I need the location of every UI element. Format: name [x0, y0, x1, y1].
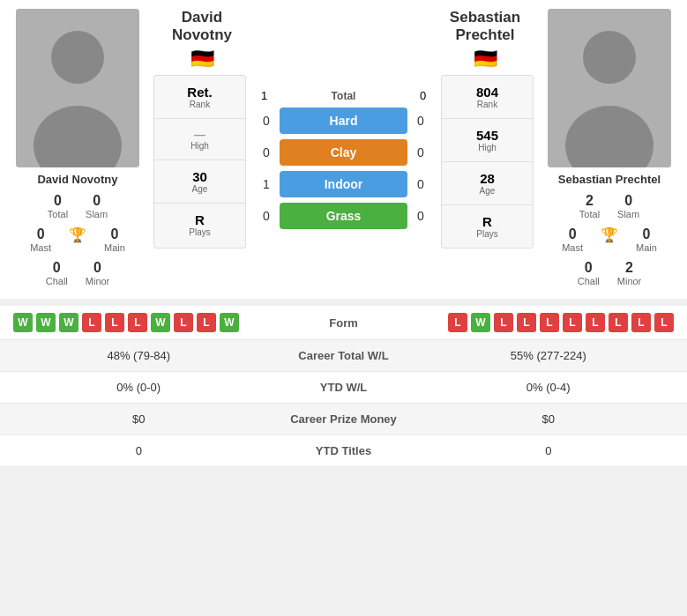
right-name-block: SebastianPrechtel 🇩🇪: [437, 9, 534, 71]
left-slam-label: Slam: [86, 209, 108, 219]
left-main-value: 0: [110, 226, 118, 242]
right-rank-value: 804: [476, 85, 498, 100]
form-badge-right: L: [563, 313, 582, 332]
right-mast-label: Mast: [562, 242, 583, 253]
form-badge-right: L: [517, 313, 536, 332]
left-total-value: 0: [54, 193, 62, 209]
left-rank-value: Ret.: [187, 85, 212, 100]
prize-row: $0 Career Prize Money $0: [0, 404, 687, 435]
form-badge-right: L: [540, 313, 559, 332]
form-badge-right: W: [471, 313, 490, 332]
left-middle-stats: Ret. Rank — High 30 Age R Plays: [153, 75, 246, 249]
ytd-wl-label: YTD W/L: [265, 381, 423, 394]
ytd-wl-row: 0% (0-0) YTD W/L 0% (0-4): [0, 372, 687, 404]
total-right-score: 0: [412, 89, 434, 102]
left-high-box: — High: [154, 119, 245, 160]
form-badge-right: L: [586, 313, 605, 332]
left-chall-label: Chall: [46, 276, 68, 286]
left-minor-value: 0: [93, 260, 101, 276]
indoor-right-score: 0: [407, 177, 434, 191]
right-chall-label: Chall: [578, 276, 600, 286]
right-flag: 🇩🇪: [437, 48, 534, 71]
right-rank-label: Rank: [477, 100, 497, 109]
indoor-left-score: 1: [253, 177, 280, 191]
clay-button[interactable]: Clay: [280, 139, 407, 166]
right-total-label: Total: [579, 209, 600, 219]
right-player-section: Sebastian Prechtel 2 Total 0 Slam 0 Mas: [539, 9, 680, 290]
prize-label: Career Prize Money: [265, 412, 423, 426]
form-badge-left: W: [151, 313, 170, 332]
right-plays-box: R Plays: [442, 205, 533, 248]
ytd-wl-left: 0% (0-0): [13, 381, 265, 394]
form-right: LWLLLLLLLL: [397, 313, 675, 332]
grass-row: 0 Grass 0: [253, 203, 434, 229]
right-rank-box: 804 Rank: [442, 76, 533, 119]
clay-left-score: 0: [253, 145, 280, 160]
form-badge-left: L: [128, 313, 147, 332]
right-age-box: 28 Age: [442, 162, 533, 205]
left-player-stats: 0 Total 0 Slam 0 Mast 🏆: [7, 189, 148, 290]
right-plays-value: R: [482, 214, 492, 229]
total-label: Total: [275, 90, 412, 102]
form-badge-left: W: [36, 313, 56, 332]
left-high-value: —: [194, 128, 205, 141]
titles-label: YTD Titles: [265, 444, 423, 457]
form-label: Form: [291, 316, 397, 330]
left-trophy-icon: 🏆: [69, 226, 86, 243]
right-player-stats: 2 Total 0 Slam 0 Mast 🏆: [539, 189, 680, 290]
career-wl-label: Career Total W/L: [265, 349, 423, 362]
main-container: David Novotny 0 Total 0 Slam 0 Mast: [0, 0, 687, 467]
right-slam-value: 0: [624, 193, 632, 209]
middle-body: Ret. Rank — High 30 Age R Plays: [153, 75, 534, 249]
left-main-label: Main: [104, 242, 125, 253]
grass-right-score: 0: [407, 209, 434, 223]
form-badge-right: L: [494, 313, 513, 332]
indoor-button[interactable]: Indoor: [280, 171, 407, 197]
prize-left: $0: [13, 412, 265, 426]
form-badge-left: L: [174, 313, 193, 332]
bottom-section: WWWLLLWLLW Form LWLLLLLLLL 48% (79-84) C…: [0, 306, 687, 467]
titles-left: 0: [13, 444, 265, 457]
form-badge-left: W: [220, 313, 239, 332]
form-left: WWWLLLWLLW: [13, 313, 291, 332]
right-high-label: High: [478, 143, 497, 152]
right-header-name: SebastianPrechtel: [437, 9, 534, 44]
svg-point-4: [583, 31, 636, 84]
form-badge-right: L: [631, 313, 651, 332]
form-badge-left: L: [197, 313, 216, 332]
form-badge-left: W: [59, 313, 78, 332]
comparison-section: David Novotny 0 Total 0 Slam 0 Mast: [0, 0, 687, 299]
left-chall-value: 0: [53, 260, 61, 276]
left-age-box: 30 Age: [154, 160, 245, 204]
left-plays-box: R Plays: [154, 204, 245, 246]
right-high-box: 545 High: [442, 119, 533, 162]
total-left-score: 1: [253, 89, 275, 102]
left-minor-label: Minor: [86, 276, 110, 286]
left-plays-label: Plays: [189, 227, 210, 237]
hard-button[interactable]: Hard: [280, 108, 407, 134]
indoor-row: 1 Indoor 0: [253, 171, 434, 197]
form-badge-right: L: [448, 313, 467, 332]
middle-section: DavidNovotny 🇩🇪 SebastianPrechtel 🇩🇪 Ret…: [153, 9, 534, 290]
right-middle-stats: 804 Rank 545 High 28 Age R Plays: [441, 75, 534, 249]
left-flag: 🇩🇪: [153, 48, 250, 71]
left-rank-box: Ret. Rank: [154, 76, 245, 119]
hard-row: 0 Hard 0: [253, 108, 434, 134]
titles-row: 0 YTD Titles 0: [0, 435, 687, 467]
left-player-section: David Novotny 0 Total 0 Slam 0 Mast: [7, 9, 148, 290]
hard-left-score: 0: [253, 114, 280, 128]
titles-right: 0: [423, 444, 675, 457]
right-main-value: 0: [642, 226, 650, 242]
left-high-label: High: [190, 141, 209, 151]
hard-right-score: 0: [407, 114, 434, 128]
right-slam-label: Slam: [617, 209, 639, 219]
right-age-label: Age: [480, 186, 496, 196]
form-badge-left: W: [13, 313, 33, 332]
ytd-wl-right: 0% (0-4): [423, 381, 675, 394]
form-badge-right: L: [609, 313, 628, 332]
right-minor-label: Minor: [617, 276, 642, 286]
left-slam-value: 0: [93, 193, 101, 209]
grass-button[interactable]: Grass: [280, 203, 407, 229]
left-age-value: 30: [192, 169, 207, 184]
names-area: DavidNovotny 🇩🇪 SebastianPrechtel 🇩🇪: [153, 9, 534, 71]
